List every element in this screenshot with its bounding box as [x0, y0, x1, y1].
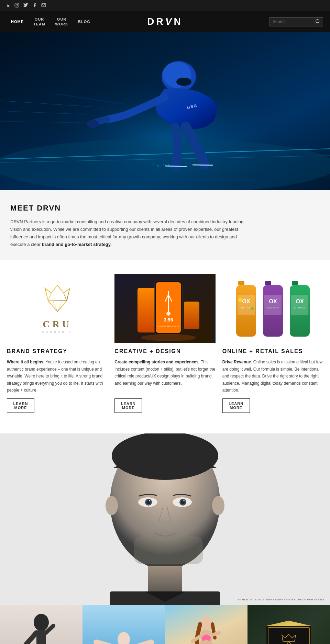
svg-point-76 [187, 526, 188, 527]
svg-point-75 [142, 526, 143, 527]
online-retail-image: OX MOTION OX MOTION OX MOTION [222, 274, 323, 343]
portfolio-grid: CRU CANNABIS [0, 605, 330, 644]
svg-point-61 [106, 496, 118, 515]
portfolio-bikini [165, 605, 248, 644]
svg-line-18 [165, 166, 187, 167]
svg-rect-56 [291, 295, 308, 315]
svg-rect-42 [238, 281, 244, 285]
logo-text: DRVN [147, 16, 183, 27]
bikini-image [165, 605, 248, 644]
svg-point-40 [141, 334, 196, 341]
cru-logo: CRU CANNABIS [42, 284, 73, 334]
svg-point-2 [18, 4, 18, 4]
svg-rect-54 [292, 281, 298, 285]
svg-text:MOTION: MOTION [241, 306, 252, 309]
service-brand-strategy: CRU CANNABIS BRAND STRATEGY Where it all… [7, 274, 108, 413]
linkedin-icon[interactable]: in [7, 3, 10, 8]
portfolio-runner [0, 605, 82, 644]
meet-title: MEET DRVN [10, 204, 320, 213]
site-logo[interactable]: DRVN [147, 16, 183, 27]
svg-point-24 [153, 164, 154, 165]
svg-text:3.96: 3.96 [164, 317, 173, 323]
service-online-retail: OX MOTION OX MOTION OX MOTION [222, 274, 323, 413]
nav-home[interactable]: HOME [7, 16, 28, 27]
svg-point-71 [183, 500, 185, 501]
creative-design-desc: Create compelling stories and experience… [114, 359, 215, 394]
portfolio-swimmer [82, 605, 165, 644]
social-bar: in [0, 0, 330, 11]
svg-point-21 [173, 166, 174, 167]
search-bar[interactable] [270, 17, 323, 26]
svg-point-22 [163, 164, 164, 165]
svg-text:OX: OX [242, 298, 250, 304]
creative-design-image: 3.96 PERFORMANCE [114, 274, 215, 343]
svg-line-5 [319, 22, 320, 23]
svg-text:PERFORMANCE: PERFORMANCE [158, 325, 179, 328]
svg-point-36 [166, 312, 170, 316]
athlete-image [0, 433, 330, 605]
services-section: CRU CANNABIS BRAND STRATEGY Where it all… [0, 260, 330, 433]
cru-sub-name: CANNABIS [42, 330, 73, 334]
svg-rect-0 [15, 3, 19, 7]
svg-point-4 [316, 19, 319, 22]
svg-line-19 [192, 165, 213, 165]
email-icon[interactable] [41, 3, 46, 9]
nav-our-work[interactable]: OUR WORK [51, 14, 73, 30]
portfolio-cru-product: CRU CANNABIS [248, 605, 330, 644]
svg-rect-39 [184, 302, 199, 329]
runner-image [0, 605, 82, 644]
svg-point-8 [0, 138, 330, 190]
online-retail-title: ONLINE + RETAIL SALES [222, 348, 323, 354]
twitter-icon[interactable] [23, 3, 28, 9]
svg-rect-49 [265, 281, 271, 285]
svg-point-47 [238, 298, 242, 302]
instagram-icon[interactable] [14, 3, 19, 9]
facebook-icon[interactable] [32, 3, 37, 9]
svg-text:MOTION: MOTION [294, 306, 305, 309]
nav-links: HOME OUR TEAM OUR WORK BLOG [7, 14, 270, 30]
creative-design-title: CREATIVE + DESIGN [114, 348, 215, 354]
svg-point-17 [87, 120, 99, 128]
svg-point-78 [172, 541, 172, 542]
service-creative-design: 3.96 PERFORMANCE CREATIVE + DESIGN Creat… [114, 274, 215, 413]
svg-point-77 [158, 543, 158, 544]
nav-our-team[interactable]: OUR TEAM [29, 14, 50, 30]
svg-rect-51 [264, 295, 282, 315]
search-input[interactable] [273, 19, 314, 24]
creative-design-learn-btn[interactable]: LEARN MORE [114, 398, 142, 413]
svg-rect-44 [238, 295, 255, 315]
navbar: HOME OUR TEAM OUR WORK BLOG DRVN [0, 11, 330, 32]
meet-bold: brand and go-to-market strategy. [42, 242, 112, 247]
brand-strategy-image: CRU CANNABIS [7, 274, 108, 343]
svg-point-1 [16, 4, 18, 6]
svg-point-80 [34, 614, 49, 631]
svg-point-23 [157, 165, 159, 167]
cru-brand-name: CRU [42, 319, 73, 330]
svg-line-30 [53, 301, 57, 312]
meet-body: DRVN Partners is a go-to-market consulti… [10, 218, 251, 248]
svg-point-62 [212, 496, 224, 515]
online-retail-learn-btn[interactable]: LEARN MORE [222, 398, 250, 413]
svg-point-70 [149, 500, 150, 501]
ox-drinks-svg: OX MOTION OX MOTION OX MOTION [224, 274, 321, 343]
athlete-disclaimer: ATHLETE IS NOT REPRESENTED BY DRVN PARTN… [238, 598, 324, 601]
svg-point-16 [176, 78, 191, 86]
brand-strategy-desc: Where it all begins. You're focused on c… [7, 359, 108, 394]
nav-blog[interactable]: BLOG [74, 16, 95, 27]
cru-product-image: CRU CANNABIS [248, 605, 330, 644]
svg-point-48 [250, 307, 254, 310]
svg-point-20 [168, 165, 169, 166]
svg-text:MOTION: MOTION [267, 306, 278, 309]
hero-section: USA [0, 32, 330, 190]
svg-line-31 [57, 301, 62, 312]
svg-text:OX: OX [296, 298, 304, 304]
athlete-section: ATHLETE IS NOT REPRESENTED BY DRVN PARTN… [0, 433, 330, 605]
brand-strategy-title: BRAND STRATEGY [7, 348, 108, 354]
svg-rect-72 [134, 536, 203, 564]
brand-strategy-learn-btn[interactable]: LEARN MORE [7, 398, 34, 413]
hero-image: USA [0, 32, 330, 190]
services-grid: CRU CANNABIS BRAND STRATEGY Where it all… [7, 274, 323, 413]
swimmer-image [82, 605, 165, 644]
online-retail-desc: Drive Revenue. Online sales is mission c… [222, 359, 323, 394]
search-icon [315, 19, 320, 25]
